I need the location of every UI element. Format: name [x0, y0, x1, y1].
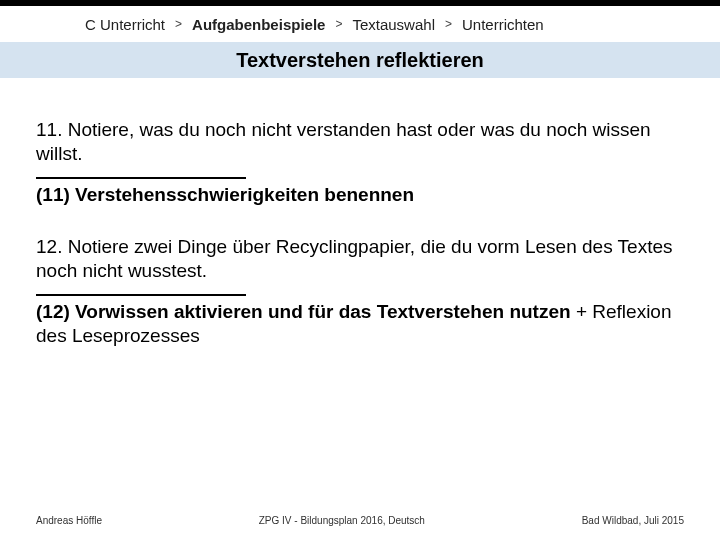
- label-prefix: (11): [36, 184, 75, 205]
- footer: Andreas Höffle ZPG IV - Bildungsplan 201…: [0, 515, 720, 526]
- crumb-aufgabenbeispiele: Aufgabenbeispiele: [192, 16, 325, 33]
- task-block-12: 12. Notiere zwei Dinge über Recyclingpap…: [36, 235, 684, 348]
- breadcrumb: C Unterricht > Aufgabenbeispiele > Texta…: [0, 6, 720, 42]
- chevron-right-icon: >: [175, 17, 182, 31]
- chevron-right-icon: >: [445, 17, 452, 31]
- crumb-textauswahl: Textauswahl: [352, 16, 435, 33]
- task-block-11: 11. Notiere, was du noch nicht verstande…: [36, 118, 684, 207]
- divider: [36, 294, 246, 296]
- chevron-right-icon: >: [335, 17, 342, 31]
- task-prompt: 11. Notiere, was du noch nicht verstande…: [36, 118, 684, 167]
- task-label: (12) Vorwissen aktivieren und für das Te…: [36, 300, 684, 349]
- label-main: Verstehensschwierigkeiten benennen: [75, 184, 414, 205]
- divider: [36, 177, 246, 179]
- footer-date: Bad Wildbad, Juli 2015: [582, 515, 684, 526]
- task-prompt: 12. Notiere zwei Dinge über Recyclingpap…: [36, 235, 684, 284]
- header-region: C Unterricht > Aufgabenbeispiele > Texta…: [0, 0, 720, 78]
- crumb-unterrichten: Unterrichten: [462, 16, 544, 33]
- content-body: 11. Notiere, was du noch nicht verstande…: [0, 78, 720, 540]
- crumb-c-unterricht: C Unterricht: [85, 16, 165, 33]
- page-title: Textverstehen reflektieren: [236, 49, 484, 72]
- label-main: Vorwissen aktivieren und für das Textver…: [75, 301, 571, 322]
- label-prefix: (12): [36, 301, 75, 322]
- footer-author: Andreas Höffle: [36, 515, 102, 526]
- title-bar: Textverstehen reflektieren: [0, 42, 720, 78]
- task-label: (11) Verstehensschwierigkeiten benennen: [36, 183, 684, 207]
- slide: C Unterricht > Aufgabenbeispiele > Texta…: [0, 0, 720, 540]
- footer-center: ZPG IV - Bildungsplan 2016, Deutsch: [259, 515, 425, 526]
